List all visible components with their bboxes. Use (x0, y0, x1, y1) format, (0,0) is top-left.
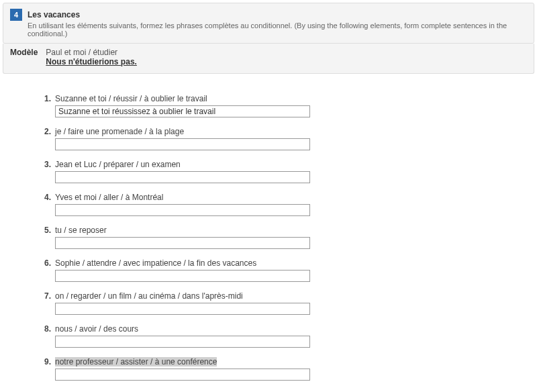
question-prompt-row: 3.Jean et Luc / préparer / un examen (40, 160, 530, 169)
question-prompt-row: 4.Yves et moi / aller / à Montréal (40, 193, 530, 202)
question-item: 4.Yves et moi / aller / à Montréal (40, 193, 530, 216)
answer-input[interactable] (55, 138, 310, 150)
question-prompt: Sophie / attendre / avec impatience / la… (55, 258, 256, 268)
modele-label: Modèle (10, 48, 38, 66)
question-prompt-row: 2.je / faire une promenade / à la plage (40, 127, 530, 136)
answer-input[interactable] (55, 171, 310, 183)
question-item: 5.tu / se reposer (40, 226, 530, 249)
question-prompt-row: 6.Sophie / attendre / avec impatience / … (40, 258, 530, 268)
question-prompt-row: 5.tu / se reposer (40, 226, 530, 235)
question-item: 9.notre professeur / assister / à une co… (40, 357, 530, 381)
exercise-instructions: En utilisant les éléments suivants, form… (28, 21, 527, 38)
question-item: 1.Suzanne et toi / réussir / à oublier l… (40, 94, 530, 117)
question-number: 6. (40, 258, 51, 268)
modele-block: Modèle Paul et moi / étudier Nous n'étud… (3, 44, 534, 74)
question-prompt: tu / se reposer (55, 226, 107, 235)
question-number: 7. (40, 291, 51, 301)
answer-input[interactable] (55, 369, 310, 381)
answer-input[interactable] (55, 270, 310, 282)
question-prompt: Yves et moi / aller / à Montréal (55, 193, 163, 202)
question-number: 8. (40, 324, 51, 334)
question-prompt-row: 7.on / regarder / un film / au cinéma / … (40, 291, 530, 301)
question-item: 7.on / regarder / un film / au cinéma / … (40, 291, 530, 315)
question-prompt: nous / avoir / des cours (55, 324, 138, 334)
question-item: 8.nous / avoir / des cours (40, 324, 530, 348)
question-number: 1. (40, 94, 51, 103)
answer-input[interactable] (55, 336, 310, 348)
question-number: 9. (40, 357, 51, 366)
question-item: 2.je / faire une promenade / à la plage (40, 127, 530, 150)
question-number: 2. (40, 127, 51, 136)
exercise-header: 4 Les vacances En utilisant les éléments… (3, 3, 534, 44)
question-prompt: je / faire une promenade / à la plage (55, 127, 184, 136)
answer-input[interactable] (55, 237, 310, 249)
answer-input[interactable] (55, 105, 310, 117)
question-number: 5. (40, 226, 51, 235)
exercise-title: Les vacances (28, 10, 80, 19)
question-prompt: on / regarder / un film / au cinéma / da… (55, 291, 243, 301)
question-number: 4. (40, 193, 51, 202)
question-prompt-row: 8.nous / avoir / des cours (40, 324, 530, 334)
exercise-number-badge: 4 (10, 9, 22, 21)
question-prompt: Jean et Luc / préparer / un examen (55, 160, 181, 169)
question-prompt-row: 1.Suzanne et toi / réussir / à oublier l… (40, 94, 530, 103)
modele-prompt: Paul et moi / étudier (46, 48, 137, 57)
question-prompt: Suzanne et toi / réussir / à oublier le … (55, 94, 207, 103)
answer-input[interactable] (55, 204, 310, 216)
question-prompt-row: 9.notre professeur / assister / à une co… (40, 357, 530, 366)
question-number: 3. (40, 160, 51, 169)
question-prompt: notre professeur / assister / à une conf… (55, 357, 217, 366)
modele-answer: Nous n'étudierions pas. (46, 57, 137, 66)
question-item: 6.Sophie / attendre / avec impatience / … (40, 258, 530, 282)
questions-list: 1.Suzanne et toi / réussir / à oublier l… (0, 74, 537, 392)
question-item: 3.Jean et Luc / préparer / un examen (40, 160, 530, 183)
answer-input[interactable] (55, 303, 310, 315)
